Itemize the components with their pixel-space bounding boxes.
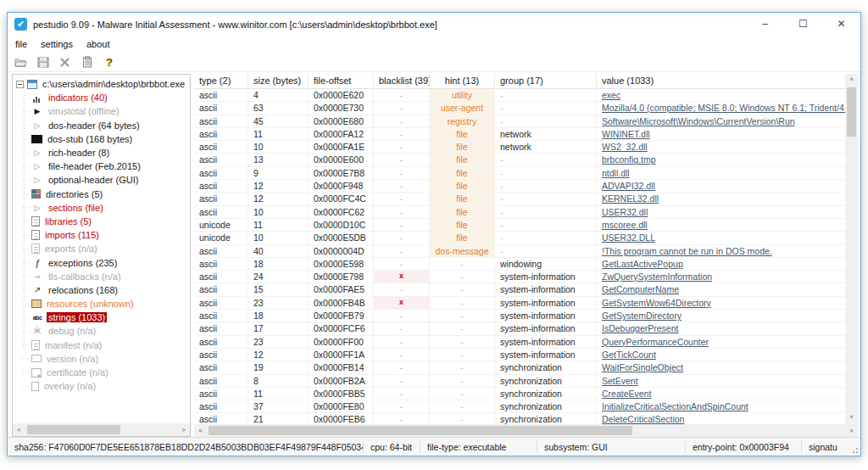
tree-item-virustotal-offline-[interactable]: virustotal (offline) bbox=[16, 104, 190, 118]
table-row[interactable]: ascii100x0000FA1E-filenetworkWS2_32.dll bbox=[194, 141, 845, 154]
table-row[interactable]: ascii40x0000E620-utility-exec bbox=[194, 89, 845, 102]
table-vertical-scrollbar[interactable]: ˄ ˅ bbox=[845, 74, 858, 424]
tree-item-overlay-n-a-[interactable]: overlay (n/a) bbox=[16, 379, 190, 393]
tree-horizontal-scrollbar[interactable]: < > bbox=[13, 423, 190, 436]
string-value-link[interactable]: ZwQuerySystemInformation bbox=[602, 271, 712, 282]
table-row[interactable]: ascii190x0000FB14--synchronizationWaitFo… bbox=[194, 361, 845, 374]
string-value-link[interactable]: Mozilla/4.0 (compatible; MSIE 8.0; Windo… bbox=[602, 103, 845, 113]
tree-item-dos-stub-168-bytes-[interactable]: dos-stub (168 bytes) bbox=[16, 132, 190, 146]
table-row[interactable]: ascii630x0000E730-user-agent-Mozilla/4.0… bbox=[194, 102, 845, 115]
string-value-link[interactable]: QueryPerformanceCounter bbox=[602, 337, 709, 347]
save-icon[interactable] bbox=[36, 55, 50, 70]
menu-about[interactable]: about bbox=[86, 39, 110, 49]
string-value-link[interactable]: SetEvent bbox=[602, 376, 638, 386]
scroll-up-icon[interactable]: ˄ bbox=[845, 74, 858, 87]
minimize-button[interactable]: – bbox=[746, 13, 784, 36]
table-row[interactable]: ascii120x0000FF1A--system-informationGet… bbox=[194, 349, 845, 361]
resize-grip-icon[interactable] bbox=[850, 445, 859, 454]
tree-item-rich-header-8-[interactable]: rich-header (8) bbox=[16, 146, 190, 159]
table-row[interactable]: ascii150x0000FAE5--system-informationGet… bbox=[194, 283, 845, 296]
tree-item-exceptions-235-[interactable]: exceptions (235) bbox=[16, 255, 190, 269]
tree-item-tls-callbacks-n-a-[interactable]: tls-callbacks (n/a) bbox=[16, 270, 190, 283]
scroll-down-icon[interactable]: ˅ bbox=[845, 411, 858, 424]
table-row[interactable]: ascii90x0000E7B8-file-ntdll.dll bbox=[194, 167, 845, 180]
table-row[interactable]: ascii180x0000E598--windowingGetLastActiv… bbox=[194, 258, 845, 271]
tree-item-resources-unknown-[interactable]: resources (unknown) bbox=[16, 297, 190, 311]
scroll-right-icon[interactable]: > bbox=[845, 424, 858, 437]
table-row[interactable]: ascii180x0000FB79--system-informationGet… bbox=[194, 310, 845, 322]
column-header-hint[interactable]: hint (13) bbox=[430, 74, 495, 88]
scroll-left-icon[interactable]: < bbox=[194, 424, 207, 437]
tree-item-manifest-n-a-[interactable]: manifest (n/a) bbox=[16, 339, 190, 352]
scroll-left-icon[interactable]: < bbox=[13, 423, 25, 436]
tree-item-dos-header-64-bytes-[interactable]: dos-header (64 bytes) bbox=[16, 119, 190, 132]
table-row[interactable]: ascii110x0000FBB5--synchronizationCreate… bbox=[194, 388, 845, 400]
string-value-link[interactable]: WININET.dll bbox=[602, 129, 650, 139]
table-horizontal-scrollbar[interactable]: < > bbox=[194, 424, 858, 437]
string-value-link[interactable]: !This program cannot be run in DOS mode. bbox=[602, 246, 772, 256]
string-value-link[interactable]: USER32.DLL bbox=[602, 232, 655, 243]
tree-item-imports-115-[interactable]: imports (115) bbox=[16, 228, 190, 242]
help-icon[interactable]: ? bbox=[102, 55, 116, 70]
tree-item-indicators-40-[interactable]: indicators (40) bbox=[16, 91, 190, 104]
string-value-link[interactable]: InitializeCriticalSectionAndSpinCount bbox=[602, 401, 748, 411]
table-row[interactable]: ascii230x0000FB4Bx-system-informationGet… bbox=[194, 297, 845, 310]
table-row[interactable]: ascii450x0000E680-registry-Software\Micr… bbox=[194, 115, 845, 128]
string-value-link[interactable]: WaitForSingleObject bbox=[602, 362, 683, 372]
titlebar[interactable]: ✔ pestudio 9.09 - Malware Initial Assess… bbox=[8, 13, 860, 36]
table-row[interactable]: ascii400x0000004D-dos-message-!This prog… bbox=[194, 245, 845, 258]
table-row[interactable]: ascii230x0000FF00--system-informationQue… bbox=[194, 336, 845, 349]
scrollbar-thumb[interactable] bbox=[209, 426, 632, 435]
tree-item-optional-header-gui-[interactable]: optional-header (GUI) bbox=[16, 173, 190, 187]
tree-collapse-icon[interactable] bbox=[16, 81, 24, 88]
column-header-blacklist[interactable]: blacklist (39) bbox=[374, 74, 430, 88]
string-value-link[interactable]: GetLastActivePopup bbox=[602, 259, 683, 269]
string-value-link[interactable]: WS2_32.dll bbox=[602, 142, 648, 152]
column-header-group[interactable]: group (17) bbox=[495, 74, 597, 88]
table-row[interactable]: ascii110x0000FA12-filenetworkWININET.dll bbox=[194, 128, 845, 141]
column-header-value[interactable]: value (1033) bbox=[597, 74, 845, 88]
string-value-link[interactable]: brbconfig.tmp bbox=[602, 154, 656, 165]
tree-item-certificate-n-a-[interactable]: certificate (n/a) bbox=[16, 366, 190, 379]
string-value-link[interactable]: Software\Microsoft\Windows\CurrentVersio… bbox=[602, 116, 795, 126]
scrollbar-thumb[interactable] bbox=[27, 425, 120, 434]
string-value-link[interactable]: GetSystemDirectory bbox=[602, 311, 682, 321]
table-row[interactable]: ascii370x0000FE80--synchronizationInitia… bbox=[194, 400, 845, 413]
string-value-link[interactable]: CreateEvent bbox=[602, 389, 651, 399]
tree-item-relocations-168-[interactable]: relocations (168) bbox=[16, 283, 190, 297]
string-value-link[interactable]: USER32.dll bbox=[602, 207, 648, 217]
tree-item-debug-n-a-[interactable]: debug (n/a) bbox=[16, 324, 190, 338]
string-value-link[interactable]: GetComputerName bbox=[602, 284, 679, 294]
table-row[interactable]: ascii120x0000FC4C-file-KERNEL32.dll bbox=[194, 193, 845, 205]
tree-item-sections-file-[interactable]: sections (file) bbox=[16, 201, 190, 215]
tree-item-c-users-admin-desktop-brbbot-exe[interactable]: c:\users\admin\desktop\brbbot.exe bbox=[16, 77, 190, 91]
string-value-link[interactable]: GetTickCount bbox=[602, 350, 656, 360]
menu-file[interactable]: file bbox=[15, 39, 27, 49]
table-row[interactable]: unicode100x0000E5DB-file-USER32.DLL bbox=[194, 232, 845, 244]
string-value-link[interactable]: ntdll.dll bbox=[602, 168, 630, 178]
column-header-type[interactable]: type (2) bbox=[194, 74, 248, 88]
tree-item-strings-1033-[interactable]: strings (1033) bbox=[16, 311, 190, 324]
tree-item-libraries-5-[interactable]: libraries (5) bbox=[16, 215, 190, 228]
string-value-link[interactable]: IsDebuggerPresent bbox=[602, 323, 678, 333]
close-button[interactable]: ✕ bbox=[822, 13, 860, 36]
string-value-link[interactable]: ADVAPI32.dll bbox=[602, 181, 655, 191]
string-value-link[interactable]: DeleteCriticalSection bbox=[602, 414, 684, 424]
string-value-link[interactable]: exec bbox=[602, 90, 620, 100]
string-value-link[interactable]: GetSystemWow64Directory bbox=[602, 298, 711, 308]
column-header-size[interactable]: size (bytes) bbox=[248, 74, 309, 88]
maximize-button[interactable]: ☐ bbox=[784, 13, 822, 36]
table-row[interactable]: ascii120x0000F948-file-ADVAPI32.dll bbox=[194, 180, 845, 193]
tree-item-exports-n-a-[interactable]: exports (n/a) bbox=[16, 242, 190, 255]
open-folder-icon[interactable] bbox=[14, 55, 28, 70]
tree-item-version-n-a-[interactable]: version (n/a) bbox=[16, 352, 190, 366]
table-row[interactable]: ascii100x0000FC62-file-USER32.dll bbox=[194, 206, 845, 219]
table-row[interactable]: ascii170x0000FCF6--system-informationIsD… bbox=[194, 322, 845, 335]
scrollbar-thumb[interactable] bbox=[847, 87, 856, 137]
table-row[interactable]: ascii130x0000E600-file-brbconfig.tmp bbox=[194, 154, 845, 166]
table-row[interactable]: ascii210x0000FEB6--synchronizationDelete… bbox=[194, 413, 845, 424]
delete-icon[interactable] bbox=[58, 55, 72, 70]
string-value-link[interactable]: mscoree.dll bbox=[602, 220, 648, 230]
string-value-link[interactable]: KERNEL32.dll bbox=[602, 193, 659, 204]
menu-settings[interactable]: settings bbox=[41, 39, 73, 49]
